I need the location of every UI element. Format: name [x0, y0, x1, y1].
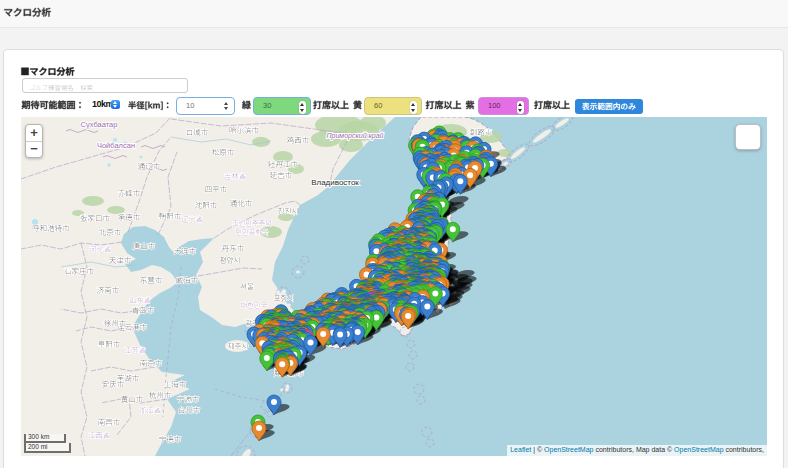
- svg-text:Чойбалсан: Чойбалсан: [97, 141, 135, 150]
- svg-text:Сүхбаатар: Сүхбаатар: [81, 120, 118, 129]
- svg-text:Владивосток: Владивосток: [311, 178, 359, 187]
- svg-text:Приморский край: Приморский край: [327, 132, 384, 140]
